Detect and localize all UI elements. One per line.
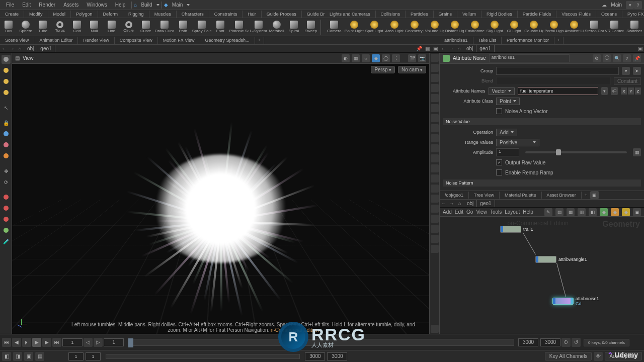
shelf-tool[interactable]: Box (0, 20, 17, 34)
home-icon[interactable]: ⌂ (456, 200, 464, 207)
pane-tab-plus[interactable]: + (554, 37, 564, 44)
shelf-tool[interactable]: Spiral (285, 20, 302, 34)
scene-viewport[interactable]: ▤ View ◐ ▦ ☼ ◆ ◯ ⋮ 🎬 📷 Persp ▾ (12, 53, 429, 334)
lighting-icon[interactable]: ☼ (362, 54, 370, 62)
sel-mode-icon[interactable]: ◧ (2, 352, 11, 361)
pane-tab[interactable]: Animation Editor (34, 37, 78, 44)
expand-icon[interactable]: ▣ (431, 45, 439, 52)
end-frame[interactable]: 3000 (518, 338, 538, 346)
loop-icon[interactable]: ↺ (572, 338, 581, 347)
key-prev-icon[interactable]: ◁ (84, 338, 93, 347)
net-menu[interactable]: Tools (490, 209, 502, 215)
net-tab[interactable]: Tree View (469, 192, 500, 199)
search-icon[interactable]: 🔍 (613, 54, 621, 62)
shelf-tool[interactable]: Volume Light (425, 20, 445, 34)
shelf-tool[interactable]: Torus (51, 20, 68, 34)
shelf-tool[interactable]: VR Camera (604, 20, 624, 34)
shelf-tab[interactable]: Lights and Cameras (325, 11, 376, 18)
start-frame[interactable]: 1 (104, 338, 124, 346)
shelf-tab[interactable]: Rigging (123, 11, 149, 18)
first-frame-icon[interactable]: ⏮ (2, 338, 11, 347)
realtime-icon[interactable]: ⏲ (561, 338, 571, 347)
prev-frame-icon[interactable]: ◀ (12, 338, 21, 347)
key-all-button[interactable]: Key All Channels (545, 352, 592, 360)
pane-tab[interactable]: Composite View (115, 37, 158, 44)
operation-dropdown[interactable]: Add (496, 129, 517, 136)
menu-windows[interactable]: Windows (83, 1, 111, 9)
help-icon[interactable]: ? (623, 54, 631, 62)
display-settings-icon[interactable] (431, 325, 439, 333)
fwd-icon[interactable]: → (447, 45, 455, 52)
viewport-title[interactable]: View (23, 55, 34, 61)
display-opts-icon[interactable] (431, 74, 439, 82)
shelf-tool[interactable]: Portal Light (544, 20, 564, 34)
shelf-tab[interactable]: Oceans (596, 11, 622, 18)
display-icon[interactable]: ◆ (372, 54, 380, 62)
shelf-tab[interactable]: Guide Brushes (302, 11, 325, 18)
lock-icon[interactable]: 🔒 (2, 118, 11, 127)
shelf-tool[interactable]: Switcher (624, 20, 644, 34)
arrow-tool-icon[interactable]: ↖ (2, 103, 11, 112)
paint-tool-icon[interactable] (2, 151, 11, 160)
display-opts-icon[interactable] (431, 54, 439, 62)
shelf-tool[interactable]: Platonic Solids (229, 20, 249, 34)
display-opts-icon[interactable] (431, 185, 439, 193)
shelf-tool[interactable]: Spot Light (364, 20, 384, 34)
shelf-tool[interactable]: Tube (34, 20, 51, 34)
home-icon[interactable]: ⌂ (16, 45, 24, 52)
wire-icon[interactable]: ▦ (352, 54, 360, 62)
shelf-tab[interactable]: Characters (177, 11, 209, 18)
pane-tab[interactable]: Render View (78, 37, 114, 44)
menu-assets[interactable]: Assets (59, 1, 83, 9)
menu-help[interactable]: Help (111, 1, 130, 9)
net-menu[interactable]: Edit (455, 209, 463, 215)
shelf-tab[interactable]: Modify (24, 11, 48, 18)
pane-tab[interactable]: Scene View (0, 37, 34, 44)
shelf-tool[interactable]: Caustic Light (524, 20, 544, 34)
xyz-toggle[interactable]: XYZ (621, 87, 641, 95)
menu-edit[interactable]: Edit (18, 1, 35, 9)
display-opts-icon[interactable] (431, 245, 439, 253)
range-frame[interactable]: 3000 (540, 338, 560, 346)
net-tool-icon[interactable]: ✎ (544, 208, 552, 216)
shelf-tab[interactable]: Grains (434, 11, 458, 18)
shelf-tool[interactable]: Metaball (268, 20, 285, 34)
network-node[interactable]: attribnoise1 Cd (552, 296, 599, 306)
net-tab-plus[interactable]: + (582, 192, 591, 199)
pane-tab[interactable]: Geometry Spreadsh... (200, 37, 255, 44)
key-next-icon[interactable]: ▷ (94, 338, 103, 347)
shelf-tool[interactable]: Path (175, 20, 192, 34)
shelf-tool[interactable]: Area Light (384, 20, 405, 34)
display-opts-icon[interactable] (431, 144, 439, 152)
ghost-icon[interactable]: ◯ (382, 54, 390, 62)
shelf-tab[interactable]: Create (0, 11, 24, 18)
gear-icon[interactable]: ⚙ (593, 54, 601, 62)
attr-class-dropdown[interactable]: Point (496, 98, 520, 105)
shelf-tool[interactable]: Ambient Light (564, 20, 584, 34)
net-pin-icon[interactable]: ▣ (591, 191, 599, 199)
display-opts-icon[interactable] (431, 64, 439, 72)
shelf-tab[interactable]: Guide Process (262, 11, 302, 18)
world-icon[interactable] (2, 226, 11, 235)
menu-file[interactable]: File (2, 1, 18, 9)
shelf-tool[interactable]: Point Light (344, 20, 364, 34)
view-menu-icon[interactable]: ▤ (15, 55, 20, 61)
shelf-tab[interactable]: Polygon (71, 11, 98, 18)
display-opts-icon[interactable] (431, 114, 439, 122)
display-opts-icon[interactable] (431, 94, 439, 102)
shelf-tab[interactable]: Collisions (376, 11, 406, 18)
pane-tab[interactable]: Motion FX View (158, 37, 200, 44)
display-opts-icon[interactable] (431, 84, 439, 92)
desktop-selector-right[interactable]: Main (168, 1, 187, 9)
net-menu[interactable]: View (476, 209, 487, 215)
shelf-tab[interactable]: Constraints (209, 11, 243, 18)
remap-checkbox[interactable] (496, 169, 502, 175)
shelf-tool[interactable]: Null (86, 20, 103, 34)
display-opts-icon[interactable] (431, 174, 439, 183)
play-back-icon[interactable]: ⏵ (22, 338, 31, 347)
pin-icon[interactable]: 📌 (633, 54, 641, 62)
net-tool-icon[interactable]: ▥ (578, 208, 586, 216)
path-segment[interactable]: geo1 (37, 45, 55, 52)
display-opts-icon[interactable] (431, 124, 439, 132)
play-icon[interactable]: ▶ (32, 338, 41, 347)
